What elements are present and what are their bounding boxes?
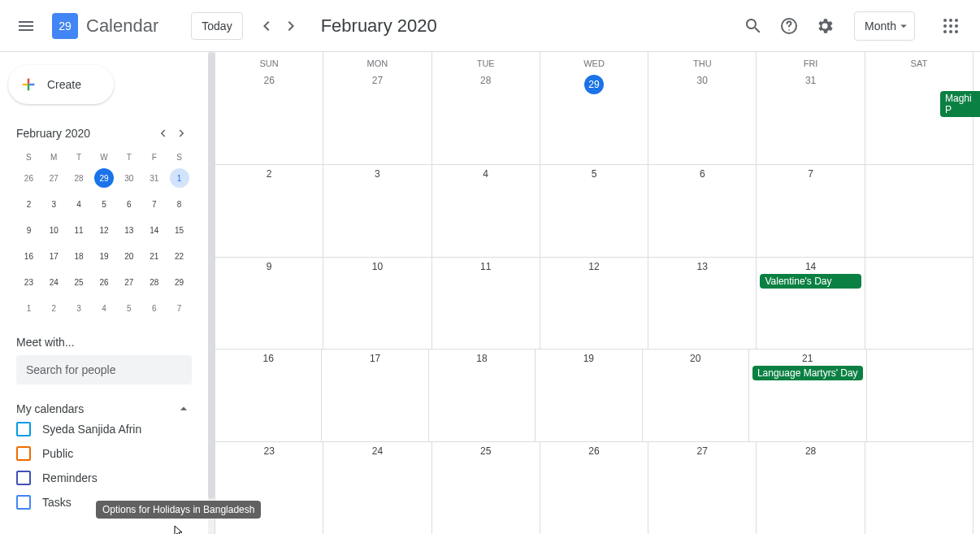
mini-day-cell[interactable]: 7: [167, 295, 192, 321]
next-month-button[interactable]: [279, 13, 305, 39]
mini-day-cell[interactable]: 11: [67, 217, 92, 243]
mini-day-cell[interactable]: 25: [67, 269, 92, 295]
day-cell[interactable]: 3: [323, 165, 431, 257]
mini-day-cell[interactable]: 26: [16, 165, 41, 191]
day-cell[interactable]: 2: [215, 165, 323, 257]
day-cell[interactable]: 27: [323, 72, 431, 164]
mini-day-cell[interactable]: 14: [141, 217, 167, 243]
event-chip[interactable]: Valentine's Day: [760, 274, 861, 289]
calendar-item[interactable]: Syeda Sanjida Afrin: [16, 417, 192, 441]
mini-next-button[interactable]: [172, 124, 192, 143]
day-cell[interactable]: 9: [215, 258, 323, 349]
day-cell[interactable]: 5: [540, 165, 648, 257]
calendar-checkbox[interactable]: [16, 422, 31, 436]
mini-day-cell[interactable]: 31: [141, 165, 167, 191]
mini-prev-button[interactable]: [153, 124, 172, 143]
day-cell[interactable]: 4: [432, 165, 540, 257]
mini-day-cell[interactable]: 9: [16, 217, 41, 243]
day-cell[interactable]: [865, 258, 973, 349]
calendar-checkbox[interactable]: [16, 495, 31, 510]
prev-month-button[interactable]: [253, 13, 279, 39]
main-menu-button[interactable]: [7, 7, 46, 46]
calendar-item[interactable]: Reminders: [16, 466, 192, 490]
mini-day-cell[interactable]: 4: [92, 295, 117, 321]
day-cell[interactable]: 19: [536, 349, 642, 441]
day-cell[interactable]: 7: [757, 165, 865, 257]
mini-day-cell[interactable]: 5: [92, 191, 117, 217]
my-calendars-header[interactable]: My calendars: [16, 401, 192, 417]
mini-day-cell[interactable]: 29: [92, 165, 117, 191]
support-button[interactable]: [773, 10, 805, 42]
day-cell[interactable]: 25: [432, 442, 540, 534]
mini-day-cell[interactable]: 26: [92, 269, 117, 295]
mini-day-cell[interactable]: 13: [116, 217, 141, 243]
mini-day-cell[interactable]: 6: [116, 191, 141, 217]
mini-day-cell[interactable]: 30: [116, 165, 141, 191]
mini-day-cell[interactable]: 5: [116, 295, 141, 321]
calendar-checkbox[interactable]: [16, 446, 31, 461]
day-cell[interactable]: 28: [432, 72, 540, 164]
mini-day-cell[interactable]: 6: [141, 295, 167, 321]
search-people-input[interactable]: Search for people: [16, 355, 192, 384]
mini-day-cell[interactable]: 4: [67, 191, 92, 217]
day-cell[interactable]: [865, 442, 973, 534]
day-cell[interactable]: 26: [540, 442, 648, 534]
mini-day-cell[interactable]: 2: [41, 295, 67, 321]
day-cell[interactable]: 24: [323, 442, 431, 534]
mini-day-cell[interactable]: 29: [167, 269, 192, 295]
event-chip[interactable]: Language Martyrs' Day: [752, 366, 863, 380]
mini-day-cell[interactable]: 22: [167, 243, 192, 269]
mini-day-cell[interactable]: 17: [41, 243, 67, 269]
day-cell[interactable]: 30: [648, 72, 757, 164]
day-cell[interactable]: 14Valentine's Day: [757, 258, 865, 349]
day-cell[interactable]: 18: [429, 349, 536, 441]
day-cell[interactable]: Maghi P: [865, 72, 973, 164]
mini-day-cell[interactable]: 21: [141, 243, 167, 269]
mini-day-cell[interactable]: 8: [167, 191, 192, 217]
day-cell[interactable]: 21Language Martyrs' Day: [749, 349, 867, 441]
mini-day-cell[interactable]: 23: [16, 269, 41, 295]
event-chip[interactable]: Maghi P: [940, 91, 980, 117]
settings-button[interactable]: [809, 10, 841, 42]
mini-day-cell[interactable]: 3: [41, 191, 67, 217]
day-cell[interactable]: 27: [648, 442, 757, 534]
mini-day-cell[interactable]: 27: [41, 165, 67, 191]
day-cell[interactable]: 10: [323, 258, 431, 349]
mini-day-cell[interactable]: 1: [167, 165, 192, 191]
mini-day-cell[interactable]: 19: [92, 243, 117, 269]
day-cell[interactable]: 13: [648, 258, 757, 349]
day-cell[interactable]: 6: [648, 165, 757, 257]
mini-day-cell[interactable]: 2: [16, 191, 41, 217]
create-button[interactable]: Create: [8, 65, 114, 104]
calendar-checkbox[interactable]: [16, 471, 31, 485]
mini-day-cell[interactable]: 7: [141, 191, 167, 217]
mini-day-cell[interactable]: 28: [141, 269, 167, 295]
mini-day-cell[interactable]: 15: [167, 217, 192, 243]
day-cell[interactable]: 11: [432, 258, 540, 349]
mini-day-cell[interactable]: 18: [67, 243, 92, 269]
day-cell[interactable]: [867, 349, 973, 441]
search-button[interactable]: [737, 10, 770, 42]
day-cell[interactable]: 26: [215, 72, 323, 164]
calendar-item[interactable]: Public: [16, 441, 192, 466]
day-cell[interactable]: [865, 165, 973, 257]
day-cell[interactable]: 12: [540, 258, 648, 349]
day-cell[interactable]: 17: [322, 349, 428, 441]
mini-day-cell[interactable]: 27: [116, 269, 141, 295]
day-cell[interactable]: 16: [215, 349, 322, 441]
day-cell[interactable]: 31: [757, 72, 865, 164]
mini-day-cell[interactable]: 1: [16, 295, 41, 321]
day-cell[interactable]: 29: [540, 72, 648, 164]
other-calendars-header[interactable]: Other calendars: [16, 531, 192, 534]
day-cell[interactable]: 23: [215, 442, 323, 534]
mini-day-cell[interactable]: 28: [67, 165, 92, 191]
today-button[interactable]: Today: [191, 12, 242, 40]
day-cell[interactable]: 28: [757, 442, 865, 534]
view-selector[interactable]: Month: [854, 11, 915, 41]
mini-day-cell[interactable]: 12: [92, 217, 117, 243]
mini-day-cell[interactable]: 3: [67, 295, 92, 321]
mini-day-cell[interactable]: 16: [16, 243, 41, 269]
mini-day-cell[interactable]: 10: [41, 217, 67, 243]
day-cell[interactable]: 20: [643, 349, 749, 441]
mini-day-cell[interactable]: 24: [41, 269, 67, 295]
